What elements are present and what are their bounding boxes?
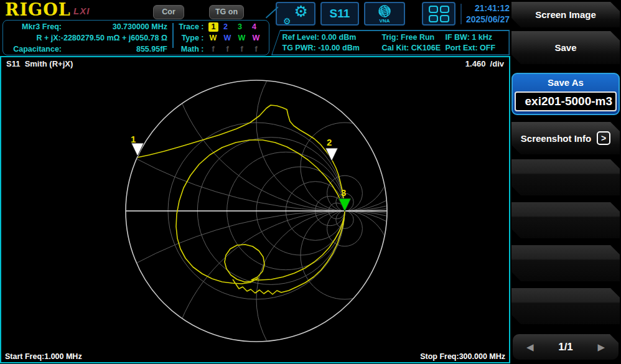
marker-1-triangle: [131, 143, 144, 156]
softkey-empty-2[interactable]: [511, 202, 620, 238]
rigol-logo: RIGOL: [5, 0, 71, 19]
trigger-mode: Trig: Free Run: [382, 33, 435, 42]
marker-1-label: 1: [131, 134, 136, 144]
trace-2-badge[interactable]: 2: [218, 22, 233, 31]
menu-page-nav[interactable]: ◀ 1/1 ▶: [513, 334, 619, 360]
date: 2025/06/27: [466, 14, 510, 24]
softkey-menu: Screen Image Save Save As exi201-5000-m3…: [510, 0, 621, 364]
clock-divider: [460, 4, 462, 24]
smith-grid: [1, 57, 509, 362]
smith-chart-svg: 123: [1, 57, 509, 362]
correction-status-button[interactable]: Cor: [153, 5, 184, 19]
s11-label: S11: [330, 7, 350, 21]
tg-power: TG PWR: -10.00 dBm: [282, 44, 360, 52]
page-next-icon[interactable]: ▶: [597, 342, 605, 353]
cal-kit: Cal Kit: CK106E: [382, 44, 441, 52]
tracking-gen-status-button[interactable]: TG on: [209, 5, 244, 19]
marker-2-label: 2: [327, 137, 332, 147]
trace-3-badge[interactable]: 3: [233, 22, 247, 31]
if-bandwidth: IF BW: 1 kHz: [446, 33, 492, 42]
lxi-badge: LXI: [73, 6, 90, 16]
status-panel: Ref Level: 0.00 dBm TG PWR: -10.00 dBm T…: [271, 30, 510, 55]
window-layout-button[interactable]: [422, 2, 455, 26]
screenshot-info-button[interactable]: Screenshot Info >: [511, 122, 620, 154]
marker-2-triangle: [325, 148, 338, 161]
settings-button[interactable]: ⚙ ⚙: [276, 2, 315, 26]
gear-icon: ⚙ ⚙: [283, 4, 308, 24]
vna-mode-button[interactable]: VNA: [364, 2, 405, 26]
marker-freq-row: Mkr3 Freq: 30.730000 MHz: [4, 21, 171, 32]
trace-4-badge[interactable]: 4: [247, 22, 261, 31]
page-indicator: 1/1: [558, 341, 573, 353]
smith-chart-area: 123 S11 Smith (R+jX) 1.460 /div Start Fr…: [0, 56, 510, 363]
marker-3-label: 3: [341, 187, 346, 198]
chart-scale-per-div: 1.460 /div: [465, 59, 504, 68]
marker-capacitance-row: Capacitance: 855.95fF: [4, 44, 171, 55]
stop-frequency: Stop Freq:300.000 MHz: [420, 352, 505, 361]
time: 21:41:12: [475, 3, 510, 13]
save-as-label: Save As: [513, 74, 619, 91]
clock: 21:41:12 2025/06/27: [464, 2, 510, 25]
s11-mode-button[interactable]: S11: [320, 2, 359, 26]
screen-image-button[interactable]: Screen Image: [511, 2, 620, 27]
panel-divider: [172, 23, 174, 48]
trace-1-badge[interactable]: 1: [208, 22, 218, 32]
vna-label: VNA: [380, 18, 390, 24]
vna-screen: RIGOL LXI Cor TG on ⚙ ⚙ S11 VNA 21:41:12…: [0, 0, 621, 364]
save-as-button[interactable]: Save As exi201-5000-m3: [511, 73, 620, 115]
chevron-right-icon: >: [597, 131, 610, 145]
softkey-empty-3[interactable]: [511, 245, 620, 281]
marker-info-panel: Mkr3 Freq: 30.730000 MHz R + jX: -228027…: [2, 20, 269, 55]
trace-2-type: W: [220, 34, 235, 42]
trace-4-type: W: [249, 34, 263, 42]
softkey-empty-4[interactable]: [511, 288, 620, 324]
port-extension: Port Ext: OFF: [446, 44, 496, 52]
trace-3-type: W: [235, 34, 249, 42]
save-button[interactable]: Save: [511, 31, 620, 64]
softkey-empty-1[interactable]: [511, 159, 620, 195]
trace-table: Trace : 1 2 3 4 Type : W W W W Math : f …: [176, 21, 268, 55]
page-prev-icon[interactable]: ◀: [526, 342, 534, 353]
trace-2-math: f: [220, 45, 235, 54]
chart-title: S11 Smith (R+jX): [6, 59, 73, 68]
trace-1-type: W: [206, 34, 220, 42]
filename-field[interactable]: exi201-5000-m3: [515, 91, 617, 111]
trace-1-math: f: [206, 45, 220, 54]
window-grid-icon: [429, 6, 449, 22]
trace-4-math: f: [249, 45, 263, 54]
marker-impedance-row: R + jX: -2280279.50 mΩ + j6050.78 Ω: [4, 32, 171, 44]
trace-3-math: f: [235, 45, 249, 54]
start-frequency: Start Freq:1.000 MHz: [5, 352, 82, 361]
ref-level: Ref Level: 0.00 dBm: [282, 33, 357, 42]
